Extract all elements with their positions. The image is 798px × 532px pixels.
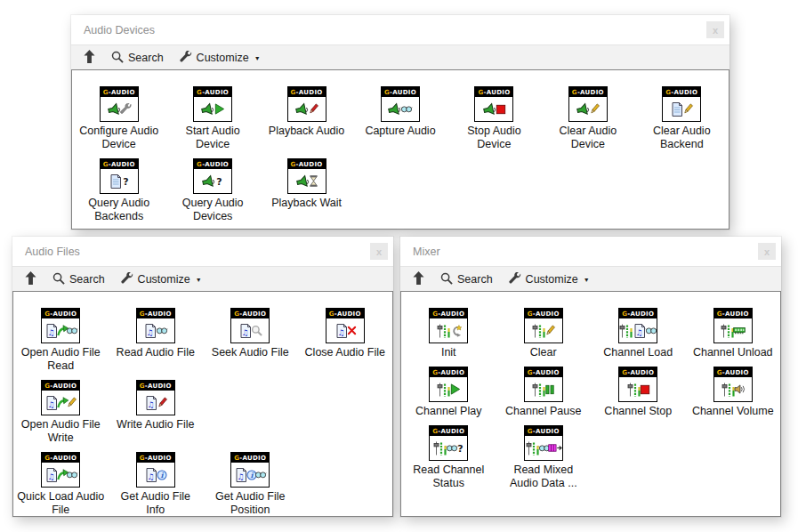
palette-item[interactable]: G-AUDIO?Read Channel Status bbox=[401, 420, 496, 490]
palette-item[interactable]: G-AUDIORead Mixed Audio Data ... bbox=[496, 420, 592, 490]
audio-file-write-icon: G-AUDIO♫ bbox=[136, 380, 175, 415]
palette-item[interactable]: G-AUDIOPlayback Wait bbox=[260, 153, 353, 223]
icon-glyph bbox=[194, 97, 231, 121]
g-audio-banner: G-AUDIO bbox=[619, 367, 657, 377]
palette-item[interactable]: G-AUDIOChannel Volume bbox=[686, 361, 781, 418]
palette-row: G-AUDIOInitG-AUDIOClearG-AUDIO♫Channel L… bbox=[401, 302, 780, 359]
palette-item[interactable]: G-AUDIOChannel Unload bbox=[686, 302, 781, 359]
toolbar: Search Customize ▼ bbox=[71, 44, 729, 70]
svg-text:♫: ♫ bbox=[47, 472, 54, 480]
palette-item[interactable]: G-AUDIOCapture Audio bbox=[353, 81, 447, 151]
palette-item[interactable]: G-AUDIOChannel Pause bbox=[496, 361, 592, 418]
g-audio-banner: G-AUDIO bbox=[137, 453, 174, 463]
search-label: Search bbox=[69, 273, 105, 286]
g-audio-banner: G-AUDIO bbox=[475, 87, 512, 97]
palette-item-label: Open Audio File Write bbox=[17, 418, 104, 445]
audio-file-quick-load-icon: G-AUDIO♫ bbox=[41, 452, 80, 488]
icon-glyph: ♫ bbox=[231, 318, 269, 343]
g-audio-banner: G-AUDIO bbox=[42, 453, 79, 463]
palette-item[interactable]: G-AUDIO♫Quick Load Audio File bbox=[13, 447, 109, 517]
search-button[interactable]: Search bbox=[435, 270, 498, 289]
speaker-play-icon: G-AUDIO bbox=[193, 86, 232, 122]
mixer-channel-play-icon: G-AUDIO bbox=[429, 367, 468, 402]
palette-item[interactable]: G-AUDIOPlayback Audio bbox=[260, 81, 353, 151]
palette-item[interactable]: G-AUDIOStart Audio Device bbox=[165, 81, 259, 151]
question-glyph: ? bbox=[214, 175, 224, 187]
close-icon[interactable]: x bbox=[706, 21, 724, 38]
mixer-channel-stop-icon: G-AUDIO bbox=[618, 367, 657, 402]
play-glyph bbox=[214, 103, 225, 115]
palette-item-label: Capture Audio bbox=[365, 125, 435, 138]
search-button[interactable]: Search bbox=[47, 270, 110, 289]
palette-item[interactable]: G-AUDIO♫Open Audio File Write bbox=[13, 375, 109, 445]
audio-file-open-read-icon: G-AUDIO♫ bbox=[41, 308, 80, 343]
palette-row: G-AUDIO?Query Audio BackendsG-AUDIO?Quer… bbox=[72, 153, 729, 223]
close-icon[interactable]: x bbox=[370, 243, 388, 260]
titlebar[interactable]: Mixer x bbox=[400, 237, 781, 266]
palette-item[interactable]: G-AUDIOClear Audio Device bbox=[541, 81, 634, 151]
speaker-question-icon: G-AUDIO? bbox=[193, 158, 232, 194]
up-button[interactable] bbox=[78, 48, 101, 68]
palette-row: G-AUDIO♫Open Audio File WriteG-AUDIO♫Wri… bbox=[13, 375, 392, 445]
icon-glyph: ♫ bbox=[42, 463, 79, 487]
close-icon[interactable]: x bbox=[758, 243, 776, 260]
palette-item[interactable]: G-AUDIOChannel Play bbox=[401, 361, 496, 418]
icon-glyph bbox=[525, 436, 562, 460]
icon-glyph bbox=[430, 318, 467, 343]
icon-glyph: ♫ bbox=[42, 391, 79, 415]
icon-glyph bbox=[714, 318, 752, 343]
palette-item[interactable]: G-AUDIO♫Close Audio File bbox=[298, 302, 393, 373]
palette-item[interactable]: G-AUDIO?Query Audio Devices bbox=[165, 153, 259, 223]
palette-item-label: Channel Play bbox=[415, 405, 481, 418]
glasses-glyph bbox=[254, 471, 267, 479]
icon-glyph: ? bbox=[101, 169, 138, 193]
up-button[interactable] bbox=[20, 270, 42, 289]
audio-file-position-icon: G-AUDIO♫i bbox=[230, 452, 270, 488]
palette-item[interactable]: G-AUDIO?Query Audio Backends bbox=[72, 153, 165, 223]
question-glyph: ? bbox=[455, 442, 465, 454]
palette-item[interactable]: G-AUDIO♫Channel Load bbox=[591, 302, 686, 359]
palette-item[interactable]: G-AUDIOConfigure Audio Device bbox=[72, 81, 165, 151]
palette-item-label: Channel Pause bbox=[505, 405, 581, 418]
palette-item[interactable]: G-AUDIO♫Open Audio File Read bbox=[13, 302, 109, 373]
palette-item[interactable]: G-AUDIO♫Seek Audio File bbox=[203, 302, 298, 373]
palette-item[interactable]: G-AUDIOStop Audio Device bbox=[447, 81, 541, 151]
speaker-hourglass-icon: G-AUDIO bbox=[287, 158, 326, 194]
palette-item[interactable]: G-AUDIOClear Audio Backend bbox=[635, 81, 729, 151]
palette-item[interactable]: G-AUDIOChannel Stop bbox=[591, 361, 686, 418]
mixer-read-channel-status-icon: G-AUDIO? bbox=[429, 425, 468, 461]
speaker-glasses-icon: G-AUDIO bbox=[381, 86, 420, 122]
speaker-eraser-icon: G-AUDIO bbox=[568, 86, 608, 122]
mixer-init-icon: G-AUDIO bbox=[429, 308, 468, 343]
document-eraser-icon: G-AUDIO bbox=[662, 86, 701, 122]
up-button[interactable] bbox=[407, 270, 430, 289]
customize-button[interactable]: Customize ▼ bbox=[174, 49, 266, 68]
palette-item[interactable]: G-AUDIOClear bbox=[496, 302, 592, 359]
palette-item[interactable]: G-AUDIO♫iGet Audio File Position bbox=[203, 447, 298, 517]
palette-item[interactable]: G-AUDIO♫Read Audio File bbox=[109, 302, 204, 373]
play-glyph bbox=[449, 383, 461, 395]
palette-item[interactable]: G-AUDIOInit bbox=[401, 302, 496, 359]
palette-item-label: Query Audio Devices bbox=[169, 197, 256, 223]
titlebar[interactable]: Audio Devices x bbox=[71, 15, 729, 44]
customize-button[interactable]: Customize ▼ bbox=[504, 270, 595, 289]
icon-glyph: ♫ bbox=[42, 318, 79, 343]
mixer-channel-unload-icon: G-AUDIO bbox=[713, 308, 753, 343]
speaker-pencil-icon: G-AUDIO bbox=[287, 86, 326, 122]
palette-item-label: Stop Audio Device bbox=[450, 125, 537, 151]
svg-text:?: ? bbox=[216, 176, 222, 187]
search-icon bbox=[52, 272, 65, 287]
stop-glyph bbox=[640, 384, 650, 395]
palette-item-label: Playback Audio bbox=[269, 125, 344, 138]
palette-item-label: Playback Wait bbox=[271, 197, 342, 210]
icon-glyph bbox=[569, 97, 607, 121]
search-button[interactable]: Search bbox=[106, 49, 169, 68]
ram-glyph bbox=[733, 326, 746, 335]
palette-item-label: Quick Load Audio File bbox=[17, 490, 104, 517]
titlebar[interactable]: Audio Files x bbox=[12, 237, 393, 266]
icon-glyph bbox=[525, 318, 562, 343]
customize-button[interactable]: Customize ▼ bbox=[116, 270, 207, 289]
palette-item[interactable]: G-AUDIO♫Write Audio File bbox=[109, 375, 204, 445]
palette-item[interactable]: G-AUDIO♫iGet Audio File Info bbox=[109, 447, 204, 517]
stop-glyph bbox=[496, 104, 506, 115]
